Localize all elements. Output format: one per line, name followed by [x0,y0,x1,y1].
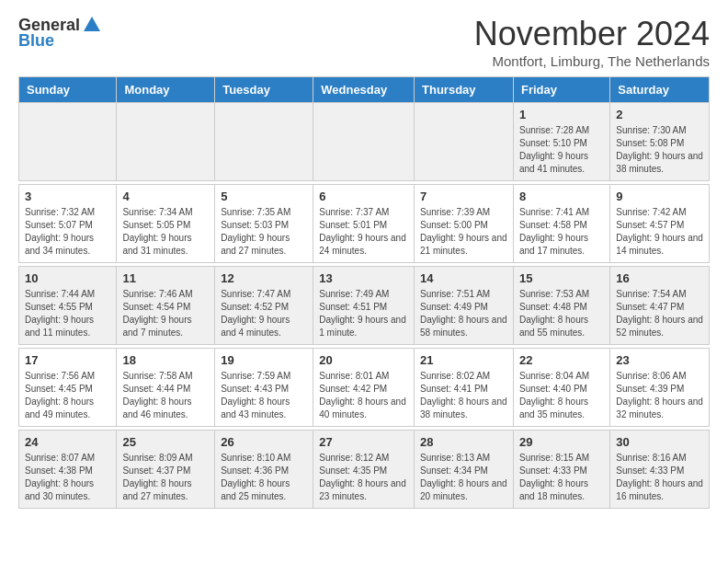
day-number: 2 [616,108,703,121]
calendar-container: SundayMondayTuesdayWednesdayThursdayFrid… [0,76,728,531]
day-cell: 25Sunrise: 8:09 AM Sunset: 4:37 PM Dayli… [117,431,215,509]
day-number: 30 [616,435,703,449]
day-cell [117,103,215,181]
day-cell: 8Sunrise: 7:41 AM Sunset: 4:58 PM Daylig… [513,185,609,263]
day-cell: 27Sunrise: 8:12 AM Sunset: 4:35 PM Dayli… [313,431,415,509]
calendar-week-4: 17Sunrise: 7:56 AM Sunset: 4:45 PM Dayli… [19,349,710,427]
day-cell: 10Sunrise: 7:44 AM Sunset: 4:55 PM Dayli… [19,267,117,345]
day-cell: 7Sunrise: 7:39 AM Sunset: 5:00 PM Daylig… [415,185,514,263]
week-spacer [19,509,710,512]
day-number: 17 [25,353,110,367]
day-info: Sunrise: 7:58 AM Sunset: 4:44 PM Dayligh… [122,370,209,421]
calendar-week-1: 1Sunrise: 7:28 AM Sunset: 5:10 PM Daylig… [19,103,710,181]
day-number: 27 [319,435,408,449]
col-header-saturday: Saturday [610,77,710,103]
day-info: Sunrise: 8:15 AM Sunset: 4:33 PM Dayligh… [519,452,604,503]
col-header-thursday: Thursday [415,77,514,103]
day-info: Sunrise: 7:41 AM Sunset: 4:58 PM Dayligh… [519,206,604,258]
day-cell [313,103,415,181]
svg-marker-0 [84,17,100,31]
day-info: Sunrise: 8:09 AM Sunset: 4:37 PM Dayligh… [122,452,209,503]
day-info: Sunrise: 7:35 AM Sunset: 5:03 PM Dayligh… [221,206,307,258]
day-number: 9 [616,190,703,203]
day-cell: 3Sunrise: 7:32 AM Sunset: 5:07 PM Daylig… [19,185,117,263]
day-info: Sunrise: 7:28 AM Sunset: 5:10 PM Dayligh… [519,124,604,176]
col-header-sunday: Sunday [19,77,117,103]
col-header-friday: Friday [513,77,609,103]
day-info: Sunrise: 7:51 AM Sunset: 4:49 PM Dayligh… [420,288,507,339]
day-number: 12 [221,271,307,285]
day-number: 20 [319,353,408,367]
day-cell [215,103,313,181]
day-info: Sunrise: 7:44 AM Sunset: 4:55 PM Dayligh… [25,288,110,339]
location: Montfort, Limburg, The Netherlands [474,53,710,69]
day-number: 23 [616,353,703,367]
day-number: 19 [221,353,307,367]
day-number: 22 [519,353,604,367]
day-info: Sunrise: 8:06 AM Sunset: 4:39 PM Dayligh… [616,370,703,421]
day-number: 26 [221,435,307,449]
col-header-wednesday: Wednesday [313,77,415,103]
calendar-week-3: 10Sunrise: 7:44 AM Sunset: 4:55 PM Dayli… [19,267,710,345]
day-info: Sunrise: 8:10 AM Sunset: 4:36 PM Dayligh… [221,452,307,503]
day-cell: 19Sunrise: 7:59 AM Sunset: 4:43 PM Dayli… [215,349,313,427]
day-number: 29 [519,435,604,449]
day-number: 3 [25,190,110,203]
day-number: 10 [25,271,110,285]
day-cell: 5Sunrise: 7:35 AM Sunset: 5:03 PM Daylig… [215,185,313,263]
calendar-week-2: 3Sunrise: 7:32 AM Sunset: 5:07 PM Daylig… [19,185,710,263]
day-info: Sunrise: 7:42 AM Sunset: 4:57 PM Dayligh… [616,206,703,258]
day-number: 13 [319,271,408,285]
day-number: 25 [122,435,209,449]
day-info: Sunrise: 8:02 AM Sunset: 4:41 PM Dayligh… [420,370,507,421]
day-info: Sunrise: 7:47 AM Sunset: 4:52 PM Dayligh… [221,288,307,339]
day-info: Sunrise: 8:01 AM Sunset: 4:42 PM Dayligh… [319,370,408,421]
day-number: 21 [420,353,507,367]
day-info: Sunrise: 7:56 AM Sunset: 4:45 PM Dayligh… [25,370,110,421]
day-number: 28 [420,435,507,449]
col-header-monday: Monday [117,77,215,103]
day-info: Sunrise: 7:32 AM Sunset: 5:07 PM Dayligh… [25,206,110,258]
day-cell: 12Sunrise: 7:47 AM Sunset: 4:52 PM Dayli… [215,267,313,345]
day-cell: 13Sunrise: 7:49 AM Sunset: 4:51 PM Dayli… [313,267,415,345]
day-number: 14 [420,271,507,285]
day-cell: 17Sunrise: 7:56 AM Sunset: 4:45 PM Dayli… [19,349,117,427]
day-info: Sunrise: 7:59 AM Sunset: 4:43 PM Dayligh… [221,370,307,421]
day-cell: 26Sunrise: 8:10 AM Sunset: 4:36 PM Dayli… [215,431,313,509]
day-cell: 28Sunrise: 8:13 AM Sunset: 4:34 PM Dayli… [415,431,514,509]
day-cell: 1Sunrise: 7:28 AM Sunset: 5:10 PM Daylig… [513,103,609,181]
day-cell [19,103,117,181]
day-cell: 24Sunrise: 8:07 AM Sunset: 4:38 PM Dayli… [19,431,117,509]
day-cell: 14Sunrise: 7:51 AM Sunset: 4:49 PM Dayli… [415,267,514,345]
day-info: Sunrise: 7:39 AM Sunset: 5:00 PM Dayligh… [420,206,507,258]
day-info: Sunrise: 7:49 AM Sunset: 4:51 PM Dayligh… [319,288,408,339]
day-number: 8 [519,190,604,203]
day-number: 11 [122,271,209,285]
day-cell: 2Sunrise: 7:30 AM Sunset: 5:08 PM Daylig… [610,103,710,181]
day-number: 1 [519,108,604,121]
day-info: Sunrise: 7:46 AM Sunset: 4:54 PM Dayligh… [122,288,209,339]
day-info: Sunrise: 7:34 AM Sunset: 5:05 PM Dayligh… [122,206,209,258]
day-cell: 30Sunrise: 8:16 AM Sunset: 4:33 PM Dayli… [610,431,710,509]
day-number: 4 [122,190,209,203]
day-info: Sunrise: 7:53 AM Sunset: 4:48 PM Dayligh… [519,288,604,339]
day-cell: 23Sunrise: 8:06 AM Sunset: 4:39 PM Dayli… [610,349,710,427]
month-title: November 2024 [474,15,710,53]
page-header: General Blue November 2024 Montfort, Lim… [0,0,728,76]
day-cell: 9Sunrise: 7:42 AM Sunset: 4:57 PM Daylig… [610,185,710,263]
day-number: 6 [319,190,408,203]
day-info: Sunrise: 8:04 AM Sunset: 4:40 PM Dayligh… [519,370,604,421]
day-cell: 20Sunrise: 8:01 AM Sunset: 4:42 PM Dayli… [313,349,415,427]
calendar-week-5: 24Sunrise: 8:07 AM Sunset: 4:38 PM Dayli… [19,431,710,509]
day-cell: 6Sunrise: 7:37 AM Sunset: 5:01 PM Daylig… [313,185,415,263]
day-info: Sunrise: 7:37 AM Sunset: 5:01 PM Dayligh… [319,206,408,258]
day-cell: 18Sunrise: 7:58 AM Sunset: 4:44 PM Dayli… [117,349,215,427]
day-info: Sunrise: 7:54 AM Sunset: 4:47 PM Dayligh… [616,288,703,339]
day-info: Sunrise: 8:16 AM Sunset: 4:33 PM Dayligh… [616,452,703,503]
title-area: November 2024 Montfort, Limburg, The Net… [474,15,710,69]
day-number: 15 [519,271,604,285]
day-number: 5 [221,190,307,203]
day-info: Sunrise: 7:30 AM Sunset: 5:08 PM Dayligh… [616,124,703,176]
day-cell: 15Sunrise: 7:53 AM Sunset: 4:48 PM Dayli… [513,267,609,345]
day-cell: 22Sunrise: 8:04 AM Sunset: 4:40 PM Dayli… [513,349,609,427]
